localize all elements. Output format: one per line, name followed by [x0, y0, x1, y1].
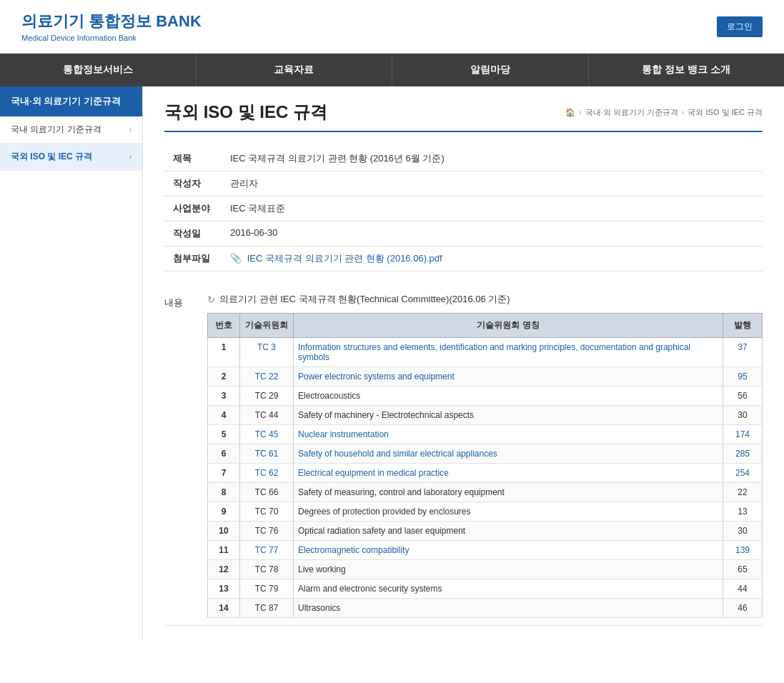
- count-link[interactable]: 37: [738, 342, 747, 352]
- detail-row-author: 작성자 관리자: [164, 171, 763, 196]
- nav-item-education[interactable]: 교육자료: [197, 54, 393, 86]
- nav-item-alerts[interactable]: 알림마당: [392, 54, 589, 86]
- tc-link[interactable]: TC 62: [255, 468, 279, 478]
- content-row: 내용 ↻ 의료기기 관련 IEC 국제규격 현황(Technical Commi…: [164, 286, 763, 626]
- table-row: 12TC 78Live working65: [208, 560, 763, 579]
- page-title-area: 국외 ISO 및 IEC 규격 🏠 › 국내·외 의료기기 기준규격 › 국외 …: [164, 101, 763, 132]
- page-title: 국외 ISO 및 IEC 규격: [164, 101, 327, 124]
- cell-count: 139: [723, 541, 763, 560]
- sidebar-item-iso-iec[interactable]: 국외 ISO 및 IEC 규격 ›: [0, 144, 142, 171]
- cell-tc: TC 78: [240, 560, 294, 579]
- iec-table-header: 번호 기술위원회 기술위원회 명칭 발행: [208, 314, 763, 338]
- col-count: 발행: [723, 314, 763, 338]
- outer-table: 내용 ↻ 의료기기 관련 IEC 국제규격 현황(Technical Commi…: [164, 286, 763, 626]
- iec-title: ↻ 의료기기 관련 IEC 국제규격 현황(Technical Committe…: [207, 293, 763, 306]
- cell-tc: TC 66: [240, 483, 294, 502]
- table-row: 6TC 61Safety of household and similar el…: [208, 444, 763, 464]
- col-no: 번호: [208, 314, 240, 338]
- breadcrumb-item-1: 국내·외 의료기기 기준규격: [585, 107, 678, 118]
- breadcrumb-sep-2: ›: [682, 108, 685, 116]
- logo-subtitle: Medical Device Information Bank: [21, 34, 202, 42]
- value-author: 관리자: [222, 171, 763, 196]
- cell-no: 8: [208, 483, 240, 502]
- cell-tc: TC 76: [240, 522, 294, 541]
- logo-area: 의료기기 통합정보 BANK Medical Device Informatio…: [21, 11, 202, 42]
- name-link[interactable]: Safety of household and similar electric…: [298, 449, 497, 459]
- table-row: 14TC 87Ultrasonics46: [208, 599, 763, 618]
- col-tc: 기술위원회: [240, 314, 294, 338]
- table-row: 13TC 79Alarm and electronic security sys…: [208, 579, 763, 599]
- cell-name: Information structures and elements, ide…: [294, 338, 723, 367]
- content-label: 내용: [164, 286, 207, 626]
- col-name: 기술위원회 명칭: [294, 314, 723, 338]
- cell-no: 4: [208, 406, 240, 425]
- cell-name: Degrees of protection provided by enclos…: [294, 502, 723, 522]
- cell-count: 174: [723, 425, 763, 444]
- count-link[interactable]: 174: [735, 429, 750, 439]
- table-row: 5TC 45Nuclear instrumentation174: [208, 425, 763, 444]
- count-link[interactable]: 95: [738, 372, 747, 382]
- attachment-icon: 📎: [230, 253, 242, 264]
- label-author: 작성자: [164, 171, 222, 196]
- nav-item-integrated[interactable]: 통합정보서비스: [0, 54, 197, 86]
- cell-no: 12: [208, 560, 240, 579]
- cell-count: 30: [723, 522, 763, 541]
- table-row: 7TC 62Electrical equipment in medical pr…: [208, 464, 763, 483]
- cell-name: Electroacoustics: [294, 387, 723, 406]
- value-attachment: 📎 IEC 국제규격 의료기기 관련 현황 (2016.06).pdf: [222, 246, 763, 271]
- value-date: 2016-06-30: [222, 221, 763, 246]
- cell-name: Ultrasonics: [294, 599, 723, 618]
- name-link[interactable]: Nuclear instrumentation: [298, 429, 389, 439]
- cell-name: Power electronic systems and equipment: [294, 367, 723, 387]
- name-link[interactable]: Information structures and elements, ide…: [298, 342, 690, 362]
- sidebar-header: 국내·외 의료기기 기준규격: [0, 86, 142, 116]
- cell-name: Alarm and electronic security systems: [294, 579, 723, 599]
- refresh-icon: ↻: [207, 294, 215, 305]
- cell-count: 254: [723, 464, 763, 483]
- iec-table: 번호 기술위원회 기술위원회 명칭 발행 1TC 3Information st…: [207, 313, 763, 618]
- cell-name: Live working: [294, 560, 723, 579]
- logo-title: 의료기기 통합정보 BANK: [21, 11, 202, 32]
- tc-link[interactable]: TC 22: [255, 372, 279, 382]
- main-nav: 통합정보서비스 교육자료 알림마당 통합 정보 뱅크 소개: [0, 54, 784, 86]
- cell-tc: TC 45: [240, 425, 294, 444]
- cell-no: 1: [208, 338, 240, 367]
- cell-no: 7: [208, 464, 240, 483]
- count-link[interactable]: 254: [735, 468, 750, 478]
- cell-name: Optical radiation safety and laser equip…: [294, 522, 723, 541]
- login-button[interactable]: 로그인: [717, 16, 763, 37]
- cell-count: 22: [723, 483, 763, 502]
- cell-no: 10: [208, 522, 240, 541]
- value-category: IEC 국제표준: [222, 196, 763, 221]
- cell-name: Safety of household and similar electric…: [294, 444, 723, 464]
- cell-count: 13: [723, 502, 763, 522]
- cell-tc: TC 44: [240, 406, 294, 425]
- attachment-link[interactable]: IEC 국제규격 의료기기 관련 현황 (2016.06).pdf: [247, 253, 442, 264]
- cell-count: 95: [723, 367, 763, 387]
- count-link[interactable]: 285: [735, 449, 750, 459]
- sidebar-item-domestic[interactable]: 국내 의료기기 기준규격 ›: [0, 116, 142, 144]
- table-row: 4TC 44Safety of machinery - Electrotechn…: [208, 406, 763, 425]
- tc-link[interactable]: TC 61: [255, 449, 279, 459]
- chevron-right-icon: ›: [129, 126, 132, 134]
- tc-link[interactable]: TC 77: [255, 545, 279, 555]
- name-link[interactable]: Power electronic systems and equipment: [298, 372, 455, 382]
- breadcrumb-item-2: 국외 ISO 및 IEC 규격: [688, 107, 763, 118]
- cell-name: Electromagnetic compatibility: [294, 541, 723, 560]
- name-link[interactable]: Electromagnetic compatibility: [298, 545, 409, 555]
- home-icon[interactable]: 🏠: [565, 108, 575, 117]
- tc-link[interactable]: TC 45: [255, 429, 279, 439]
- sidebar-item-domestic-label: 국내 의료기기 기준규격: [11, 124, 101, 136]
- detail-row-date: 작성일 2016-06-30: [164, 221, 763, 246]
- count-link[interactable]: 139: [735, 545, 750, 555]
- table-row: 9TC 70Degrees of protection provided by …: [208, 502, 763, 522]
- name-link[interactable]: Electrical equipment in medical practice: [298, 468, 449, 478]
- nav-item-about[interactable]: 통합 정보 뱅크 소개: [589, 54, 785, 86]
- cell-no: 9: [208, 502, 240, 522]
- tc-link[interactable]: TC 3: [257, 342, 276, 352]
- cell-name: Safety of measuring, control and laborat…: [294, 483, 723, 502]
- iec-title-text: 의료기기 관련 IEC 국제규격 현황(Technical Committee)…: [219, 293, 510, 306]
- cell-tc: TC 62: [240, 464, 294, 483]
- cell-no: 5: [208, 425, 240, 444]
- content-wrapper: 국내·외 의료기기 기준규격 국내 의료기기 기준규격 › 국외 ISO 및 I…: [0, 86, 784, 640]
